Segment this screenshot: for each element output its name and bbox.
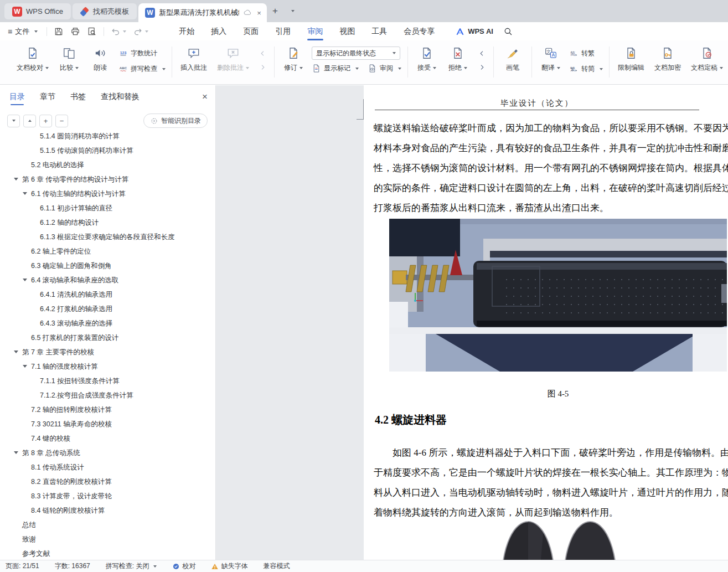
toc-item[interactable]: 7.3 30211 轴承寿命的校核	[0, 417, 215, 431]
sidebar-tab-章节[interactable]: 章节	[40, 85, 55, 109]
spellcheck-status[interactable]: 拼写检查: 关闭	[106, 561, 157, 571]
translate-button[interactable]: 文A 翻译	[538, 45, 564, 74]
expand-level-button[interactable]: +	[39, 115, 52, 127]
toc-item[interactable]: 第 6 章 传动零件的结构设计与计算	[0, 172, 215, 187]
word-count-indicator[interactable]: 字数: 16367	[55, 561, 90, 571]
doc-proofread-button[interactable]: 文档校对	[14, 45, 51, 74]
toc-item[interactable]: 6.3 确定轴上的圆角和倒角	[0, 259, 215, 273]
figure-4-6-image[interactable]	[469, 518, 652, 560]
toc-item[interactable]: 8.1 传动系统设计	[0, 460, 215, 475]
toc-item[interactable]: 7.4 键的校核	[0, 431, 215, 446]
expand-arrow-icon[interactable]	[14, 351, 18, 353]
tab-current-document[interactable]: W 新型果蔬清洗打浆机机械结构… ×	[138, 3, 267, 22]
read-aloud-button[interactable]: 朗读	[87, 45, 113, 74]
menu-tab-审阅[interactable]: 审阅	[299, 22, 331, 40]
expand-arrow-icon[interactable]	[14, 451, 18, 454]
sidebar-tab-书签[interactable]: 书签	[70, 85, 86, 109]
toc-item[interactable]: 第 7 章 主要零件的校核	[0, 345, 215, 359]
toc-item[interactable]: 5.1.4 圆筒消耗功率的计算	[0, 133, 215, 143]
prev-comment-button[interactable]	[257, 48, 268, 59]
file-menu-button[interactable]: ≡ 文件	[0, 27, 43, 37]
wps-ai-button[interactable]: WPS AI	[455, 27, 493, 37]
toc-item[interactable]: 8.2 直齿轮的刚度校核计算	[0, 475, 215, 489]
save-icon[interactable]	[54, 27, 64, 37]
toc-item[interactable]: 8.4 链轮的刚度校核计算	[0, 503, 215, 518]
search-icon[interactable]	[503, 27, 513, 37]
toc-item[interactable]: 总结	[0, 518, 215, 532]
toc-item[interactable]: 6.1.3 根据定位要求确定轴的各段直径和长度	[0, 230, 215, 244]
smart-toc-button[interactable]: 智能识别目录	[143, 114, 208, 128]
insert-comment-button[interactable]: 插入批注	[178, 45, 209, 74]
menu-tab-开始[interactable]: 开始	[171, 22, 203, 40]
toc-item[interactable]: 5.1.5 传动滚筒的消耗功率计算	[0, 143, 215, 158]
sidebar-tab-查找和替换[interactable]: 查找和替换	[101, 85, 140, 109]
tab-docer-templates[interactable]: 找稻壳模板	[73, 3, 137, 19]
document-canvas[interactable]: 毕业设计（论文） 螺旋送料输送给破碎桨叶而成，因为加工的物料为食品，所以要采用不…	[216, 85, 728, 560]
toc-item[interactable]: 6.4.1 清洗机的轴承选用	[0, 287, 215, 302]
page-indicator[interactable]: 页面: 21/51	[6, 561, 39, 571]
expand-all-button[interactable]	[23, 115, 36, 127]
next-change-button[interactable]	[476, 61, 487, 73]
undo-icon[interactable]	[111, 27, 121, 37]
track-changes-button[interactable]: 修订	[281, 45, 306, 74]
tab-list-dropdown[interactable]	[285, 4, 299, 18]
toc-item[interactable]: 6.1.1 初步计算轴的直径	[0, 201, 215, 215]
next-comment-button[interactable]	[257, 61, 268, 73]
toc-item[interactable]: 6.4.2 打浆机的轴承选用	[0, 302, 215, 316]
menu-tab-页面[interactable]: 页面	[235, 22, 267, 40]
traditional-to-simplified-button[interactable]: 繁 转简	[569, 62, 603, 76]
toc-item[interactable]: 8.3 计算皮带，设计皮带轮	[0, 489, 215, 503]
accept-button[interactable]: 接受	[414, 45, 440, 74]
tab-wps-office[interactable]: W WPS Office	[4, 3, 71, 19]
expand-arrow-icon[interactable]	[23, 279, 27, 281]
menu-tab-会员专享[interactable]: 会员专享	[395, 22, 443, 40]
toc-item[interactable]: 6.4 滚动轴承和轴承座的选取	[0, 273, 215, 287]
compat-mode-indicator[interactable]: 兼容模式	[263, 561, 290, 571]
close-pane-icon[interactable]: ×	[202, 91, 208, 102]
toc-item[interactable]: 6.1 传动主轴的结构设计与计算	[0, 187, 215, 201]
toc-item[interactable]: 参考文献	[0, 547, 215, 560]
figure-4-5-image[interactable]	[389, 219, 727, 372]
expand-arrow-icon[interactable]	[14, 178, 18, 181]
new-tab-button[interactable]: +	[268, 4, 282, 18]
collapse-all-button[interactable]	[7, 115, 20, 127]
toc-item[interactable]: 5.2 电动机的选择	[0, 158, 215, 172]
toc-item[interactable]: 7.1.1 按扭转强度条件计算	[0, 374, 215, 388]
compare-button[interactable]: 比较	[56, 45, 82, 74]
markup-state-select[interactable]: 显示标记的最终状态	[312, 47, 400, 60]
toc-item[interactable]: 6.2 轴上零件的定位	[0, 244, 215, 259]
expand-arrow-icon[interactable]	[23, 365, 27, 368]
toc-item[interactable]: 6.4.3 滚动轴承座的选择	[0, 316, 215, 331]
reject-button[interactable]: 拒绝	[445, 45, 471, 74]
toc-item[interactable]: 6.1.2 轴的结构设计	[0, 215, 215, 230]
menu-tab-插入[interactable]: 插入	[203, 22, 235, 40]
prev-change-button[interactable]	[476, 48, 487, 59]
toc-item[interactable]: 7.1 轴的强度校核计算	[0, 359, 215, 374]
expand-arrow-icon[interactable]	[23, 192, 27, 195]
print-preview-icon[interactable]	[87, 27, 97, 37]
toc-item[interactable]: 第 8 章 总传动系统	[0, 446, 215, 460]
toc-item[interactable]: 致谢	[0, 532, 215, 547]
close-tab-icon[interactable]: ×	[257, 9, 261, 17]
document-page[interactable]: 毕业设计（论文） 螺旋送料输送给破碎桨叶而成，因为加工的物料为食品，所以要采用不…	[364, 85, 728, 560]
proofread-status[interactable]: 校对	[172, 561, 195, 571]
redo-icon[interactable]	[133, 27, 143, 37]
review-button[interactable]: 审阅	[368, 61, 401, 75]
print-icon[interactable]	[70, 27, 80, 37]
show-markup-button[interactable]: 显示标记	[312, 61, 359, 75]
finalize-button[interactable]: 文档定稿	[689, 45, 725, 74]
toc-item[interactable]: 7.1.2.按弯扭合成强度条件计算	[0, 388, 215, 403]
sidebar-tab-目录[interactable]: 目录	[9, 85, 25, 109]
simplified-to-traditional-button[interactable]: 简 转繁	[569, 47, 603, 60]
spell-check-button[interactable]: ABC 拼写检查	[118, 62, 166, 76]
menu-tab-视图[interactable]: 视图	[331, 22, 363, 40]
cloud-sync-icon[interactable]	[243, 8, 252, 17]
delete-comment-button[interactable]: 删除批注	[215, 45, 251, 74]
collapse-level-button[interactable]: −	[55, 115, 68, 127]
restrict-editing-button[interactable]: 限制编辑	[616, 45, 647, 74]
toc-item[interactable]: 6.5 打浆机的打浆装置的设计	[0, 331, 215, 345]
menu-tab-引用[interactable]: 引用	[267, 22, 299, 40]
toc-item[interactable]: 7.2 轴的扭转刚度校核计算	[0, 403, 215, 417]
word-count-button[interactable]: 123 字数统计	[118, 47, 166, 60]
missing-fonts-status[interactable]: 缺失字体	[211, 561, 247, 571]
